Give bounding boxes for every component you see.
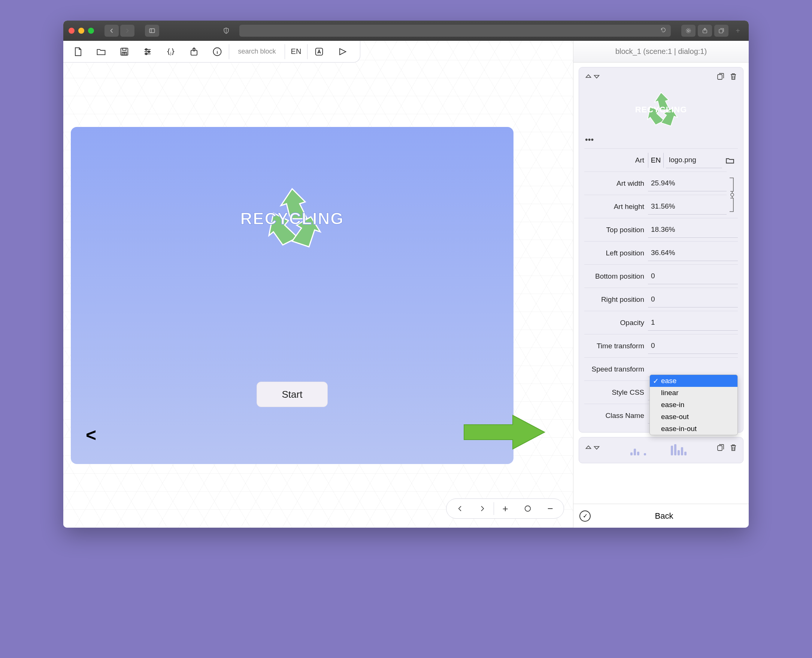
prev-scene-button[interactable]: <: [86, 425, 96, 445]
back-button[interactable]: Back: [597, 511, 743, 521]
svg-rect-25: [718, 75, 722, 79]
art-height-row: Art height 31.56%: [584, 195, 727, 218]
sidebar-header-title: block_1 (scene:1 | dialog:1): [574, 41, 749, 63]
more-options[interactable]: •••: [584, 134, 738, 148]
right-position-label: Right position: [584, 296, 648, 304]
top-position-label: Top position: [584, 226, 648, 234]
tabs-overview-icon[interactable]: [714, 25, 729, 37]
dropdown-option-linear[interactable]: linear: [650, 387, 737, 399]
delete-icon[interactable]: [729, 72, 738, 82]
move-up-icon[interactable]: [584, 443, 593, 453]
minimize-window-button[interactable]: [78, 28, 84, 34]
zoom-reset-icon[interactable]: [516, 499, 539, 518]
privacy-shield-icon[interactable]: [219, 25, 234, 37]
speed-transform-label: Speed transform: [584, 365, 648, 373]
panel2-reorder-arrows: [584, 443, 601, 453]
timeline-panel: [578, 437, 743, 463]
language-selector[interactable]: EN: [285, 44, 307, 59]
class-name-label: Class Name: [584, 412, 648, 420]
close-window-button[interactable]: [69, 28, 75, 34]
share-icon[interactable]: [698, 25, 712, 37]
next-page-icon[interactable]: [471, 499, 494, 518]
json-icon[interactable]: j: [159, 43, 182, 60]
zoom-out-icon[interactable]: −: [539, 499, 561, 518]
new-tab-button[interactable]: +: [732, 27, 743, 35]
opacity-row: Opacity 1: [584, 311, 738, 334]
opacity-input[interactable]: 1: [648, 315, 738, 331]
settings-sliders-icon[interactable]: [136, 43, 159, 60]
style-css-label: Style CSS: [584, 389, 648, 396]
time-transform-input[interactable]: 0: [648, 338, 738, 354]
search-block-input[interactable]: search block: [229, 44, 285, 59]
dropdown-option-ease[interactable]: ease: [650, 375, 737, 387]
bottom-position-label: Bottom position: [584, 272, 648, 280]
dropdown-option-ease-in-out[interactable]: ease-in-out: [650, 423, 737, 435]
art-label: Art: [584, 156, 648, 164]
next-scene-button[interactable]: >: [488, 425, 498, 445]
play-icon[interactable]: [331, 43, 354, 60]
left-position-row: Left position 36.64%: [584, 241, 738, 265]
aspect-lock-icon[interactable]: [727, 172, 738, 218]
panel-reorder-arrows: [584, 72, 601, 82]
titlebar-right-actions: [681, 25, 729, 37]
svg-text:j: j: [170, 50, 172, 55]
block-panel: RECYCLING ••• Art EN logo.png Art width …: [578, 67, 743, 432]
maximize-window-button[interactable]: [88, 28, 94, 34]
address-bar[interactable]: [239, 25, 671, 37]
svg-point-4: [688, 30, 690, 32]
move-down-icon[interactable]: [593, 72, 601, 82]
art-file-input[interactable]: logo.png: [666, 152, 722, 168]
left-position-input[interactable]: 36.64%: [648, 245, 738, 261]
art-lang[interactable]: EN: [648, 153, 664, 168]
reload-icon[interactable]: [660, 27, 666, 34]
app-store-icon[interactable]: [307, 43, 331, 60]
sidebar-toggle-group: [145, 25, 159, 37]
prev-page-icon[interactable]: [449, 499, 471, 518]
zoom-in-icon[interactable]: +: [494, 499, 516, 518]
inspector-sidebar: block_1 (scene:1 | dialog:1): [574, 41, 749, 528]
new-file-icon[interactable]: [66, 43, 89, 60]
art-width-input[interactable]: 25.94%: [648, 175, 727, 191]
thumbnail-logo-text: RECYCLING: [635, 105, 687, 114]
export-icon[interactable]: [182, 43, 205, 60]
panel-header: [584, 72, 738, 82]
back-button[interactable]: [105, 25, 119, 37]
art-height-label: Art height: [584, 203, 648, 211]
browse-file-icon[interactable]: [722, 155, 738, 165]
forward-button[interactable]: [120, 25, 135, 37]
duplicate-icon[interactable]: [716, 443, 725, 454]
art-height-input[interactable]: 31.56%: [648, 199, 727, 215]
logo-text: RECYCLING: [240, 209, 344, 228]
scene-preview[interactable]: RECYCLING Start < >: [71, 127, 514, 464]
bottom-position-row: Bottom position 0: [584, 265, 738, 288]
open-folder-icon[interactable]: [89, 43, 113, 60]
app-window: + j search block EN: [63, 20, 749, 528]
speed-transform-dropdown[interactable]: ease linear ease-in ease-out ease-in-out: [649, 374, 738, 435]
time-transform-row: Time transform 0: [584, 334, 738, 357]
time-transform-label: Time transform: [584, 342, 648, 350]
right-position-input[interactable]: 0: [648, 292, 738, 307]
duplicate-icon[interactable]: [716, 72, 725, 82]
svg-point-24: [525, 506, 531, 512]
canvas-area: j search block EN: [63, 41, 574, 528]
bottom-position-input[interactable]: 0: [648, 268, 738, 284]
app-toolbar: j search block EN: [63, 41, 360, 63]
top-position-input[interactable]: 18.36%: [648, 222, 738, 238]
dropdown-option-ease-out[interactable]: ease-out: [650, 411, 737, 423]
opacity-label: Opacity: [584, 319, 648, 327]
svg-point-22: [217, 49, 217, 50]
save-icon[interactable]: [113, 43, 136, 60]
confirm-icon[interactable]: [579, 511, 591, 522]
dropdown-option-ease-in[interactable]: ease-in: [650, 399, 737, 411]
delete-icon[interactable]: [729, 443, 738, 454]
move-up-icon[interactable]: [584, 72, 593, 82]
art-row: Art EN logo.png: [584, 148, 738, 172]
sidebar-toggle-button[interactable]: [145, 25, 159, 37]
extensions-gear-icon[interactable]: [681, 25, 696, 37]
svg-rect-6: [719, 29, 723, 33]
move-down-icon[interactable]: [593, 443, 601, 453]
start-button[interactable]: Start: [257, 382, 328, 407]
art-width-row: Art width 25.94%: [584, 172, 727, 195]
svg-rect-8: [122, 48, 126, 50]
info-icon[interactable]: [205, 43, 229, 60]
